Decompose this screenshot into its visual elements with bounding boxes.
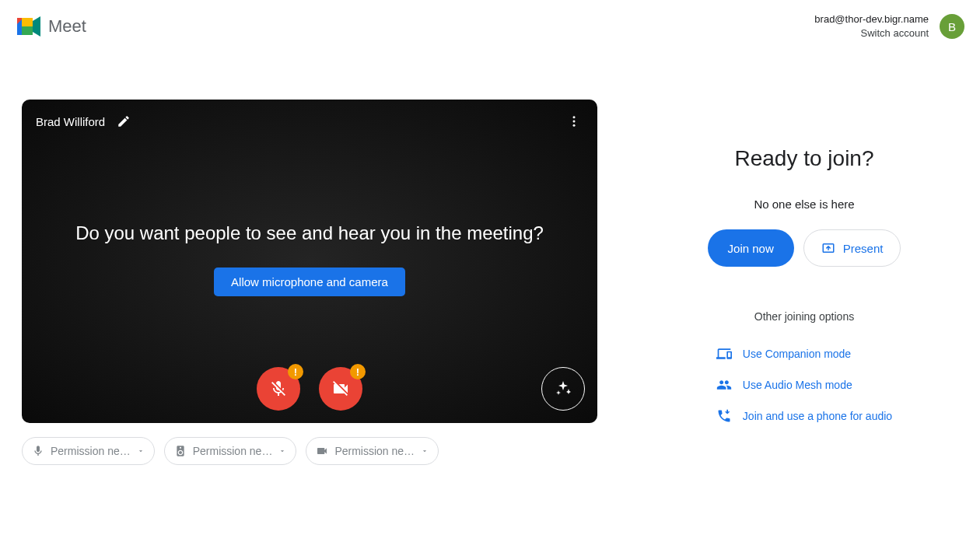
speaker-selector[interactable]: Permission ne…	[164, 437, 297, 465]
logo[interactable]: Meet	[16, 15, 86, 38]
mic-selector-label: Permission ne…	[51, 445, 131, 457]
preview-column: Brad Williford Do you want people to see…	[22, 100, 597, 465]
present-label: Present	[843, 242, 884, 255]
other-joining-options: Other joining options Use Companion mode…	[716, 310, 892, 432]
mic-icon	[32, 445, 44, 457]
permission-prompt: Do you want people to see and hear you i…	[22, 222, 597, 296]
devices-icon	[716, 346, 732, 362]
participant-name: Brad Williford	[36, 115, 105, 128]
video-preview: Brad Williford Do you want people to see…	[22, 100, 597, 423]
chevron-down-icon	[421, 447, 429, 455]
participants-status: No one else is here	[754, 198, 854, 211]
companion-mode-label: Use Companion mode	[743, 348, 851, 360]
sparkle-icon	[554, 379, 572, 398]
allow-mic-camera-button[interactable]: Allow microphone and camera	[214, 268, 405, 296]
speaker-icon	[174, 445, 187, 457]
visual-effects-button[interactable]	[541, 367, 585, 411]
switch-account-link[interactable]: Switch account	[814, 26, 929, 40]
phone-audio-label: Join and use a phone for audio	[743, 410, 892, 422]
device-selectors: Permission ne… Permission ne… Permission	[22, 437, 597, 465]
camera-selector-label: Permission ne…	[334, 445, 415, 457]
companion-mode-link[interactable]: Use Companion mode	[716, 338, 892, 369]
name-edit-group: Brad Williford	[36, 112, 133, 131]
camera-icon	[316, 445, 328, 457]
warning-badge-icon: !	[350, 364, 366, 379]
audio-mesh-label: Use Audio Mesh mode	[743, 379, 852, 391]
pencil-icon	[117, 114, 131, 128]
preview-headline: Do you want people to see and hear you i…	[22, 222, 597, 244]
edit-name-button[interactable]	[114, 112, 133, 131]
account-text: brad@thor-dev.bigr.name Switch account	[814, 12, 929, 40]
join-panel: Ready to join? No one else is here Join …	[628, 100, 980, 465]
audio-mesh-link[interactable]: Use Audio Mesh mode	[716, 369, 892, 400]
group-audio-icon	[716, 377, 732, 393]
other-options-title: Other joining options	[716, 310, 892, 323]
camera-toggle-button[interactable]: !	[319, 367, 362, 411]
avatar[interactable]: B	[940, 14, 964, 39]
more-options-button[interactable]	[565, 112, 583, 131]
svg-point-2	[573, 124, 576, 127]
phone-audio-link[interactable]: Join and use a phone for audio	[716, 400, 892, 432]
main: Brad Williford Do you want people to see…	[0, 53, 980, 465]
camera-off-icon	[331, 379, 350, 398]
meet-logo-icon	[16, 15, 44, 38]
join-heading: Ready to join?	[734, 146, 873, 171]
mic-off-icon	[269, 379, 288, 398]
microphone-toggle-button[interactable]: !	[257, 367, 300, 411]
header: Meet brad@thor-dev.bigr.name Switch acco…	[0, 0, 980, 53]
chevron-down-icon	[137, 447, 145, 455]
camera-selector[interactable]: Permission ne…	[306, 437, 439, 465]
product-name: Meet	[48, 16, 86, 37]
warning-badge-icon: !	[288, 364, 303, 379]
account-area: brad@thor-dev.bigr.name Switch account B	[814, 12, 964, 40]
present-icon	[821, 241, 835, 255]
join-now-button[interactable]: Join now	[708, 229, 794, 267]
chevron-down-icon	[278, 447, 286, 455]
microphone-selector[interactable]: Permission ne…	[22, 437, 155, 465]
svg-point-1	[573, 121, 576, 123]
speaker-selector-label: Permission ne…	[193, 445, 273, 457]
account-email: brad@thor-dev.bigr.name	[814, 12, 929, 26]
phone-icon	[716, 408, 732, 424]
more-vert-icon	[567, 114, 581, 128]
svg-point-0	[573, 117, 576, 119]
present-button[interactable]: Present	[803, 229, 901, 267]
